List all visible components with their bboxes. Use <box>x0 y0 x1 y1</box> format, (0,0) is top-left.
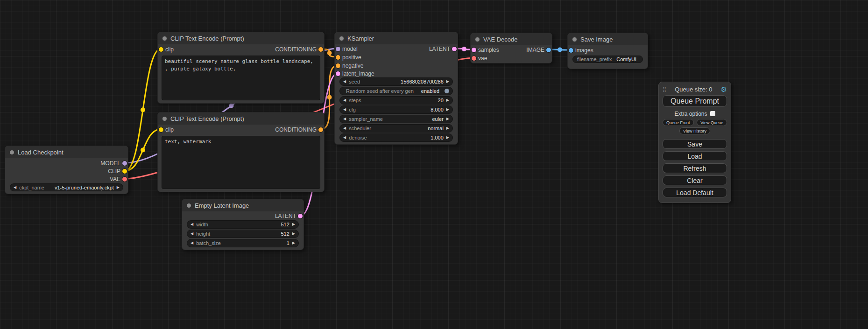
conditioning-output-label: CONDITIONING <box>275 126 317 133</box>
clip-input-dot[interactable] <box>159 47 163 52</box>
decrement-arrow-icon[interactable]: ◀ <box>191 223 193 226</box>
samples-input-dot[interactable] <box>472 48 476 52</box>
prompt-text-area[interactable]: beautiful scenery nature glass bottle la… <box>162 56 320 100</box>
random-seed-toggle-widget[interactable]: Random seed after every gen enabled <box>339 87 453 95</box>
clip-output-label: CLIP <box>108 168 120 175</box>
load-default-button[interactable]: Load Default <box>663 188 727 197</box>
clip-input-dot[interactable] <box>159 127 163 132</box>
decrement-arrow-icon[interactable]: ◀ <box>343 80 346 84</box>
node-vae-decode[interactable]: VAE Decode samples vae IMAGE <box>470 33 552 63</box>
widget-label: height <box>196 231 210 237</box>
settings-gear-icon[interactable]: ⚙ <box>721 86 727 93</box>
negative-input-dot[interactable] <box>336 63 340 68</box>
increment-arrow-icon[interactable]: ▶ <box>446 80 449 84</box>
queue-prompt-button[interactable]: Queue Prompt <box>663 95 727 107</box>
image-output-dot[interactable] <box>546 48 551 52</box>
refresh-button[interactable]: Refresh <box>663 163 727 173</box>
filename-prefix-widget[interactable]: filename_prefix ComfyUI <box>572 56 643 63</box>
vae-output-dot[interactable] <box>122 177 127 182</box>
node-status-dot[interactable] <box>475 37 480 42</box>
latent-output-dot[interactable] <box>452 47 457 51</box>
vae-input-dot[interactable] <box>472 56 476 61</box>
increment-arrow-icon[interactable]: ▶ <box>446 108 449 112</box>
widget-label: Random seed after every gen <box>346 88 418 94</box>
clear-button[interactable]: Clear <box>663 175 727 185</box>
load-button[interactable]: Load <box>663 151 727 161</box>
increment-arrow-icon[interactable]: ▶ <box>117 186 120 189</box>
model-output-dot[interactable] <box>122 161 127 166</box>
node-title-bar[interactable]: CLIP Text Encode (Prompt) <box>158 112 324 125</box>
increment-arrow-icon[interactable]: ▶ <box>446 98 449 102</box>
increment-arrow-icon[interactable]: ▶ <box>446 136 449 140</box>
decrement-arrow-icon[interactable]: ◀ <box>191 241 193 245</box>
node-status-dot[interactable] <box>10 150 14 154</box>
sampler-name-widget[interactable]: ◀ sampler_name euler ▶ <box>339 115 453 123</box>
extra-options-label: Extra options <box>674 111 707 117</box>
model-input-dot[interactable] <box>336 47 340 51</box>
toggle-dot-icon[interactable] <box>445 89 449 93</box>
conditioning-output-dot[interactable] <box>318 47 323 52</box>
decrement-arrow-icon[interactable]: ◀ <box>14 186 16 189</box>
seed-widget[interactable]: ◀ seed 156680208700286 ▶ <box>339 77 453 86</box>
increment-arrow-icon[interactable]: ▶ <box>292 241 295 245</box>
ckpt-name-widget[interactable]: ◀ ckpt_name v1-5-pruned-emaonly.ckpt ▶ <box>10 183 123 191</box>
positive-input-dot[interactable] <box>336 55 340 60</box>
decrement-arrow-icon[interactable]: ◀ <box>343 117 346 121</box>
decrement-arrow-icon[interactable]: ◀ <box>343 136 346 140</box>
node-status-dot[interactable] <box>572 37 577 42</box>
images-input-dot[interactable] <box>569 48 573 53</box>
link-midpoint-dot <box>141 148 145 153</box>
node-title-bar[interactable]: Load Checkpoint <box>5 146 128 158</box>
queue-front-button[interactable]: Queue Front <box>663 119 694 126</box>
node-save-image[interactable]: Save Image images filename_prefix ComfyU… <box>567 33 648 69</box>
increment-arrow-icon[interactable]: ▶ <box>446 117 449 121</box>
node-status-dot[interactable] <box>162 117 167 121</box>
samples-input-label: samples <box>478 46 499 54</box>
node-clip-text-encode-positive[interactable]: CLIP Text Encode (Prompt) clip CONDITION… <box>157 32 325 104</box>
node-title-bar[interactable]: Save Image <box>568 33 648 45</box>
widget-label: seed <box>349 79 360 84</box>
extra-options-checkbox[interactable] <box>710 111 715 116</box>
node-ksampler[interactable]: KSampler model positive negative latent_… <box>334 32 458 145</box>
increment-arrow-icon[interactable]: ▶ <box>292 223 295 226</box>
batch-size-widget[interactable]: ◀ batch_size 1 ▶ <box>187 239 299 247</box>
view-history-button[interactable]: View History <box>679 127 710 134</box>
images-input-label: images <box>575 47 593 54</box>
drag-handle-icon[interactable]: ⣿ <box>663 86 666 92</box>
node-status-dot[interactable] <box>187 203 191 208</box>
latent-image-input-dot[interactable] <box>336 71 340 76</box>
latent-output-label: LATENT <box>275 212 296 220</box>
decrement-arrow-icon[interactable]: ◀ <box>343 98 346 102</box>
increment-arrow-icon[interactable]: ▶ <box>446 126 449 130</box>
conditioning-output-dot[interactable] <box>318 127 323 132</box>
latent-output-dot[interactable] <box>298 214 303 218</box>
widget-value: normal <box>374 126 444 131</box>
node-graph-canvas[interactable]: Load Checkpoint MODEL CLIP VAE ◀ ckpt_na… <box>0 0 868 329</box>
height-widget[interactable]: ◀ height 512 ▶ <box>187 230 299 238</box>
node-title-bar[interactable]: Empty Latent Image <box>182 199 303 211</box>
node-status-dot[interactable] <box>162 36 167 41</box>
node-title-bar[interactable]: VAE Decode <box>471 33 552 45</box>
node-title-bar[interactable]: CLIP Text Encode (Prompt) <box>158 32 324 44</box>
steps-widget[interactable]: ◀ steps 20 ▶ <box>339 96 453 105</box>
denoise-widget[interactable]: ◀ denoise 1.000 ▶ <box>339 133 453 142</box>
widget-value: 512 <box>213 231 289 237</box>
cfg-widget[interactable]: ◀ cfg 8.000 ▶ <box>339 105 453 114</box>
node-empty-latent-image[interactable]: Empty Latent Image LATENT ◀ width 512 ▶ … <box>182 199 304 250</box>
save-button[interactable]: Save <box>663 139 727 149</box>
decrement-arrow-icon[interactable]: ◀ <box>343 126 346 130</box>
scheduler-widget[interactable]: ◀ scheduler normal ▶ <box>339 124 453 133</box>
node-title: CLIP Text Encode (Prompt) <box>170 35 244 42</box>
increment-arrow-icon[interactable]: ▶ <box>292 232 295 236</box>
decrement-arrow-icon[interactable]: ◀ <box>343 108 346 112</box>
view-queue-button[interactable]: View Queue <box>697 119 727 126</box>
prompt-text-area[interactable]: text, watermark <box>162 136 320 189</box>
node-status-dot[interactable] <box>339 36 344 41</box>
node-load-checkpoint[interactable]: Load Checkpoint MODEL CLIP VAE ◀ ckpt_na… <box>5 146 128 194</box>
decrement-arrow-icon[interactable]: ◀ <box>191 232 193 236</box>
clip-output-dot[interactable] <box>122 169 127 174</box>
node-title-bar[interactable]: KSampler <box>335 32 458 44</box>
node-clip-text-encode-negative[interactable]: CLIP Text Encode (Prompt) clip CONDITION… <box>157 112 325 192</box>
node-title: CLIP Text Encode (Prompt) <box>170 115 244 122</box>
width-widget[interactable]: ◀ width 512 ▶ <box>187 220 299 229</box>
